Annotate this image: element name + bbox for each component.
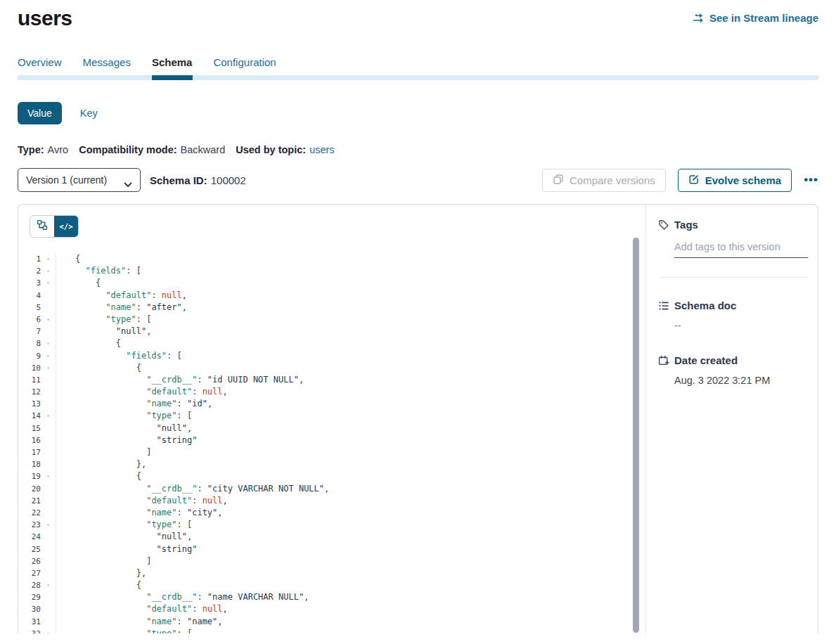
fold-arrow-icon[interactable]: ▾ (41, 410, 56, 422)
fold-arrow-spacer (41, 326, 56, 337)
fold-arrow-spacer (41, 483, 56, 495)
see-in-stream-lineage-link[interactable]: See in Stream lineage (693, 12, 818, 24)
line-number: 29 (18, 591, 41, 603)
code-text: "type": [ (56, 519, 192, 531)
evolve-schema-label: Evolve schema (705, 174, 781, 186)
type-pair: Type: Avro (18, 144, 68, 155)
line-number: 21 (18, 495, 41, 507)
code-text: "__crdb__": "name VARCHAR NULL", (56, 591, 309, 603)
fold-arrow-icon[interactable]: ▾ (41, 277, 56, 289)
fold-arrow-spacer (41, 458, 56, 470)
line-number: 25 (18, 543, 41, 555)
topic-link[interactable]: users (309, 144, 334, 155)
code-text: }, (56, 567, 146, 579)
code-line: 9▾ "fields": [ (18, 350, 645, 362)
schema-doc-title: Schema doc (674, 300, 736, 311)
code-text: { (56, 253, 80, 265)
fold-arrow-icon[interactable]: ▾ (41, 362, 56, 374)
fold-arrow-icon[interactable]: ▾ (41, 350, 56, 362)
tags-heading: Tags (646, 219, 818, 231)
gutter-cell: 2▾ (18, 265, 56, 277)
line-number: 23 (18, 519, 41, 531)
fold-arrow-icon[interactable]: ▾ (41, 337, 56, 349)
code-line: 18 }, (18, 458, 645, 470)
code-line: 12 "default": null, (18, 386, 645, 398)
fold-arrow-icon[interactable]: ▾ (41, 314, 56, 326)
tab-schema[interactable]: Schema (152, 56, 193, 68)
fold-arrow-spacer (41, 616, 56, 628)
page-title: users (18, 6, 72, 30)
code-line: 7 "null", (18, 326, 645, 337)
stream-lineage-icon (693, 13, 705, 23)
code-text: ] (56, 555, 151, 567)
code-text: { (56, 362, 141, 374)
date-created-heading: Date created (646, 354, 818, 366)
add-tags-input[interactable] (674, 241, 808, 258)
code-line: 27 }, (18, 567, 645, 579)
editor-view-toggle: </> (30, 215, 79, 238)
compare-versions-button[interactable]: Compare versions (542, 169, 666, 192)
line-number: 10 (18, 362, 41, 374)
code-line: 1▾{ (18, 253, 645, 265)
gutter-cell: 23▾ (18, 519, 56, 531)
code-text: "__crdb__": "city VARCHAR NOT NULL", (56, 483, 329, 495)
fold-arrow-spacer (41, 555, 56, 567)
code-line: 32▾ "type": [ (18, 628, 645, 633)
key-tab-link[interactable]: Key (80, 108, 98, 119)
schema-doc-heading: Schema doc (646, 300, 818, 311)
page-header: users See in Stream lineage (18, 0, 818, 30)
code-text: "type": [ (56, 628, 192, 633)
evolve-schema-button[interactable]: Evolve schema (678, 169, 792, 192)
fold-arrow-icon[interactable]: ▾ (41, 470, 56, 482)
fold-arrow-icon[interactable]: ▾ (41, 519, 56, 531)
fold-arrow-icon[interactable]: ▾ (41, 628, 56, 633)
line-number: 13 (18, 398, 41, 410)
code-text: { (56, 579, 141, 591)
sidebar-divider (660, 277, 808, 278)
line-number: 28 (18, 579, 41, 591)
tree-view-button[interactable] (30, 216, 54, 237)
tags-input-wrap (674, 240, 808, 258)
code-text: "null", (56, 423, 192, 434)
version-select[interactable]: Version 1 (current) (18, 169, 140, 191)
line-number: 17 (18, 446, 41, 458)
gutter-cell: 21 (18, 495, 56, 507)
gutter-cell: 16 (18, 434, 56, 446)
code-text: "default": null, (56, 386, 228, 398)
fold-arrow-icon[interactable]: ▾ (41, 579, 56, 591)
gutter-cell: 7 (18, 326, 56, 337)
fold-arrow-icon[interactable]: ▾ (41, 265, 56, 277)
value-tab-button[interactable]: Value (18, 102, 62, 124)
line-number: 16 (18, 434, 41, 446)
editor-scrollbar[interactable] (633, 238, 639, 633)
code-text: { (56, 277, 101, 289)
code-line: 6▾ "type": [ (18, 314, 645, 326)
code-text: "name": "city", (56, 507, 223, 519)
code-view-button[interactable]: </> (54, 216, 78, 237)
tab-messages[interactable]: Messages (83, 56, 131, 68)
gutter-cell: 22 (18, 507, 56, 519)
code-line: 5 "name": "after", (18, 302, 645, 314)
code-text: "default": null, (56, 495, 228, 507)
gutter-cell: 12 (18, 386, 56, 398)
gutter-cell: 24 (18, 531, 56, 543)
code-text: { (56, 470, 141, 482)
code-text: "name": "id", (56, 398, 212, 410)
line-number: 9 (18, 350, 41, 362)
code-text: "null", (56, 326, 151, 337)
tabs-track (18, 75, 818, 80)
gutter-cell: 6▾ (18, 314, 56, 326)
code-line: 16 "string" (18, 434, 645, 446)
fold-arrow-spacer (41, 398, 56, 410)
schema-id-value: 100002 (211, 174, 246, 186)
tab-overview[interactable]: Overview (18, 56, 62, 68)
code-text: "default": null, (56, 290, 187, 302)
ellipsis-icon[interactable]: ••• (804, 176, 818, 183)
gutter-cell: 14▾ (18, 410, 56, 422)
fold-arrow-icon[interactable]: ▾ (41, 253, 56, 265)
version-select-wrap: Version 1 (current) (18, 168, 141, 192)
tags-title: Tags (674, 219, 698, 231)
schema-id: Schema ID: 100002 (150, 174, 246, 186)
code-line: 30 "default": null, (18, 603, 645, 615)
tab-configuration[interactable]: Configuration (213, 56, 276, 68)
